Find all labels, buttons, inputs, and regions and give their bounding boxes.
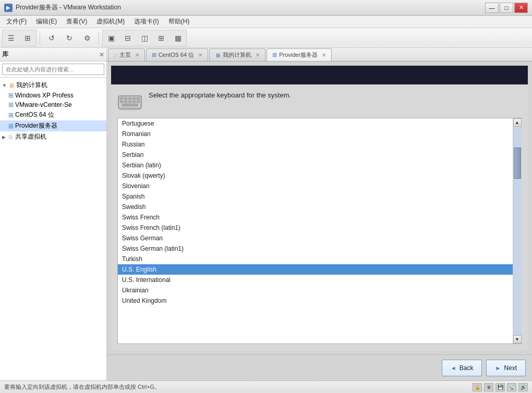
lang-item-swiss-french[interactable]: Swiss French [118,212,513,223]
lang-item-romanian[interactable]: Romanian [118,129,513,139]
tab-provider-label: Provider服务器 [279,51,318,59]
menu-help[interactable]: 帮助(H) [164,16,194,27]
toolbar-view-2[interactable]: ⊟ [119,30,136,46]
tab-centos[interactable]: ⊞ CentOS 64 位 ✕ [146,48,208,61]
lang-item-slovenian[interactable]: Slovenian [118,181,513,191]
toolbar-menu-btn[interactable]: ☰ [3,30,19,46]
status-icon-3: 💾 [495,383,505,391]
scroll-track [513,127,522,335]
tree-item-centos[interactable]: ⊞ CentOS 64 位 [0,109,106,120]
tab-provider-icon: ⊞ [272,52,277,58]
toolbar-sep-2 [99,32,99,44]
lang-item-swiss-german[interactable]: Swiss German [118,233,513,243]
svg-rect-11 [122,104,138,106]
svg-rect-9 [132,101,136,103]
scroll-up-arrow[interactable]: ▲ [513,118,522,127]
lang-item-ukrainian[interactable]: Ukrainian [118,285,513,296]
toolbar-view-group: ▣ ⊟ ◫ ⊞ ▦ [102,30,187,46]
tree-item-provider[interactable]: ⊞ Provider服务器 [0,120,106,131]
scroll-thumb[interactable] [514,148,521,179]
sidebar-title: 库 [2,50,8,59]
tab-mypc-label: 我的计算机 [223,51,251,59]
tree-item-winxp[interactable]: ⊞ Windows XP Profess [0,91,106,100]
toolbar-view-3[interactable]: ◫ [136,30,153,46]
svg-rect-12 [119,108,140,110]
toolbar-group-1: ☰ ⊞ [2,30,37,46]
menu-vm[interactable]: 虚拟机(M) [92,16,129,27]
menu-tabs[interactable]: 选项卡(I) [130,16,163,27]
close-button[interactable]: ✕ [514,3,528,13]
scroll-down-arrow[interactable]: ▼ [513,335,522,343]
keyboard-text-content: Select the appropriate keyboard for the … [149,91,291,99]
status-text: 要将输入定向到该虚拟机，请在虚拟机内部单击或按 Ctrl+G。 [4,383,160,391]
svg-rect-1 [120,97,123,100]
vm-icon-winxp: ⊞ [8,92,14,99]
lang-item-russian[interactable]: Russian [118,139,513,150]
tree-item-vcenter[interactable]: ⊞ VMware-vCenter-Se [0,100,106,109]
lang-item-swedish[interactable]: Swedish [118,202,513,212]
tree-label-mycomputer: 我的计算机 [16,81,47,90]
maximize-button[interactable]: □ [500,3,513,13]
tab-home[interactable]: ⌂ 主页 ✕ [108,48,145,61]
back-label: Back [460,364,474,372]
status-bar: 要将输入定向到该虚拟机，请在虚拟机内部单击或按 Ctrl+G。 🔒 🖥 💾 📡 … [0,380,532,393]
lang-item-swiss-german-latin1[interactable]: Swiss German (latin1) [118,243,513,254]
tree-item-root[interactable]: ▼ 🖥 我的计算机 [0,80,106,91]
tab-provider-close[interactable]: ✕ [322,52,326,58]
folder-icon: 🖥 [8,82,15,89]
button-bar: ◄ Back ► Next [107,354,532,380]
menu-file[interactable]: 文件(F) [2,16,31,27]
lang-item-serbian[interactable]: Serbian [118,150,513,160]
app-icon: ▶ [4,4,13,12]
sidebar-tree: ▼ 🖥 我的计算机 ⊞ Windows XP Profess ⊞ VMware-… [0,78,106,380]
lang-item-portuguese[interactable]: Portuguese [118,118,513,129]
tab-home-close[interactable]: ✕ [135,52,139,58]
vm-setup-panel: Select the appropriate keyboard for the … [107,62,532,380]
toolbar-power-btn[interactable]: ↺ [43,30,60,46]
keyboard-icon-area [117,91,142,112]
tab-mypc-close[interactable]: ✕ [256,52,260,58]
sidebar-search-input[interactable] [2,64,104,75]
next-button[interactable]: ► Next [486,360,526,376]
vm-icon-centos: ⊞ [8,112,14,119]
lang-item-slovak[interactable]: Slovak (qwerty) [118,170,513,181]
lang-item-turkish[interactable]: Turkish [118,254,513,264]
tree-item-shared[interactable]: ▶ 🖥 共享虚拟机 [0,131,106,142]
toolbar-revert-btn[interactable]: ↻ [61,30,78,46]
svg-rect-10 [137,101,140,103]
svg-rect-3 [128,97,131,100]
tab-centos-close[interactable]: ✕ [198,52,202,58]
svg-rect-6 [120,101,123,103]
toolbar-view-5[interactable]: ▦ [170,30,186,46]
next-icon: ► [495,365,501,371]
main-layout: 库 ✕ ▼ 🖥 我的计算机 ⊞ Windows XP Profess ⊞ VMw… [0,48,532,380]
toolbar-sep-1 [40,32,40,44]
language-list[interactable]: PortugueseRomanianRussianSerbianSerbian … [118,118,513,343]
toolbar-view-1[interactable]: ▣ [103,30,119,46]
status-icon-2: 🖥 [484,383,493,391]
minimize-button[interactable]: — [485,3,499,13]
status-icon-1: 🔒 [473,383,482,391]
vm-icon-provider: ⊞ [8,122,14,130]
lang-item-united-kingdom[interactable]: United Kingdom [118,296,513,306]
lang-item-spanish[interactable]: Spanish [118,191,513,202]
window-controls: — □ ✕ [485,3,528,13]
toolbar-settings-btn[interactable]: ⚙ [79,30,95,46]
sidebar-close-button[interactable]: ✕ [99,51,104,58]
lang-item-serbian-latin[interactable]: Serbian (latin) [118,160,513,170]
toolbar-view-4[interactable]: ⊞ [153,30,170,46]
sidebar-header: 库 ✕ [0,48,106,62]
lang-item-us-international[interactable]: U.S. International [118,275,513,285]
menu-view[interactable]: 查看(V) [62,16,91,27]
tab-provider[interactable]: ⊞ Provider服务器 ✕ [267,48,332,61]
back-button[interactable]: ◄ Back [442,360,482,376]
svg-rect-5 [137,97,140,100]
menu-edit[interactable]: 编辑(E) [32,16,61,27]
toolbar-btn-2[interactable]: ⊞ [19,30,36,46]
lang-item-swiss-french-latin1[interactable]: Swiss French (latin1) [118,223,513,233]
tab-mypc[interactable]: 🖥 我的计算机 ✕ [209,48,265,61]
lang-item-us-english[interactable]: U.S. English [118,264,513,275]
svg-rect-2 [124,97,127,100]
expand-icon-shared: ▶ [2,134,6,140]
tab-centos-label: CentOS 64 位 [159,51,194,59]
